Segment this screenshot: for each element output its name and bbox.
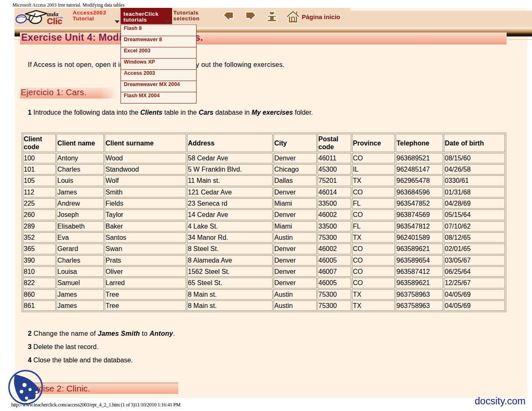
svg-text:Clic: Clic — [47, 17, 62, 26]
